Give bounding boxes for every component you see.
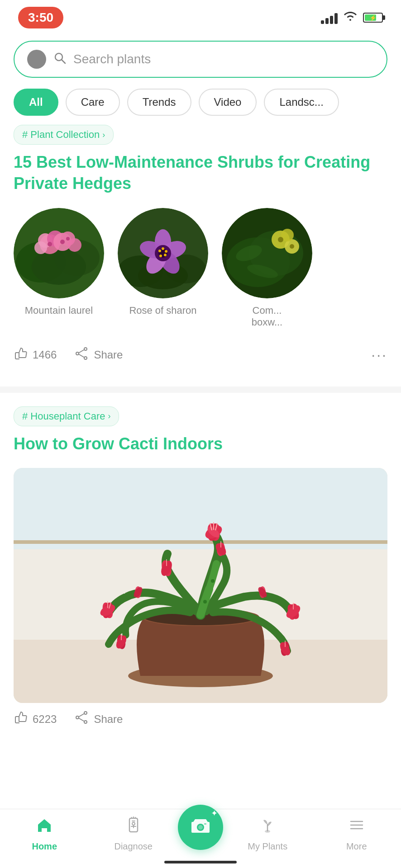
svg-rect-99: [204, 823, 206, 825]
tab-all[interactable]: All: [14, 89, 58, 116]
svg-line-45: [79, 349, 84, 353]
svg-point-38: [278, 237, 283, 242]
svg-point-28: [165, 250, 167, 253]
thumbs-up-icon: [14, 346, 28, 364]
tag-houseplant-care[interactable]: # Houseplant Care ›: [14, 406, 119, 426]
svg-point-29: [164, 254, 167, 256]
share-icon-2: [75, 710, 89, 728]
nav-home-label: Home: [32, 841, 57, 852]
sparkles-icon: ✦: [211, 808, 218, 818]
chevron-right-icon: ›: [102, 130, 105, 140]
tab-video[interactable]: Video: [199, 89, 257, 116]
svg-point-11: [34, 241, 47, 254]
svg-point-98: [198, 825, 203, 830]
svg-point-39: [290, 244, 294, 249]
more-button[interactable]: ···: [371, 347, 387, 363]
svg-point-83: [211, 579, 215, 583]
my-plants-icon: [259, 816, 276, 838]
plant-name-com-boxw: Com...boxw...: [252, 305, 282, 328]
section-divider: [0, 387, 401, 393]
svg-point-89: [84, 721, 87, 723]
svg-point-88: [84, 712, 87, 714]
svg-point-43: [84, 357, 87, 359]
plant-name-rose-sharon: Rose of sharon: [129, 305, 196, 316]
tag-plant-collection[interactable]: # Plant Collection ›: [14, 125, 114, 145]
svg-point-15: [66, 237, 70, 241]
svg-point-90: [76, 716, 79, 719]
tag-label: # Plant Collection: [22, 129, 100, 141]
plant-row: Mountain laurel: [14, 208, 387, 328]
svg-point-27: [162, 247, 164, 250]
nav-my-plants-label: My Plants: [248, 841, 287, 852]
cacti-article-image[interactable]: [14, 468, 387, 703]
avatar: [27, 50, 46, 69]
svg-point-14: [60, 240, 65, 244]
plant-circle-mountain-laurel: [14, 208, 104, 298]
bottom-nav: Home Diagnose ✦: [0, 809, 401, 868]
nav-diagnose[interactable]: Diagnose: [89, 816, 178, 852]
post2-actions: 6223 Share: [0, 703, 401, 791]
plant-circle-rose-sharon: [118, 208, 208, 298]
thumbs-up-icon-2: [14, 710, 28, 728]
battery-icon: ⚡: [363, 13, 383, 23]
post1-actions: 1466 Share ···: [14, 339, 387, 373]
tab-care[interactable]: Care: [66, 89, 120, 116]
share-icon: [75, 346, 89, 364]
diagnose-icon: [125, 816, 142, 838]
svg-point-31: [158, 250, 161, 252]
share-button-2[interactable]: Share: [75, 710, 123, 728]
post2-title[interactable]: How to Grow Cacti Indoors: [14, 434, 387, 455]
camera-fab[interactable]: ✦: [178, 805, 223, 850]
plant-item-rose-sharon[interactable]: Rose of sharon: [118, 208, 208, 328]
post-card-1: # Plant Collection › 15 Best Low-Mainten…: [0, 125, 401, 387]
svg-point-13: [48, 242, 52, 246]
share-button[interactable]: Share: [75, 346, 123, 364]
status-bar: 3:50 ⚡: [0, 0, 401, 32]
svg-line-46: [79, 354, 84, 357]
search-icon: [53, 52, 66, 67]
home-indicator: [164, 861, 237, 863]
status-icons: ⚡: [321, 11, 383, 25]
chevron-right-icon-2: ›: [108, 411, 110, 421]
svg-point-82: [203, 600, 207, 604]
svg-rect-48: [14, 468, 387, 549]
nav-more[interactable]: More: [312, 816, 401, 852]
post-card-2: # Houseplant Care › How to Grow Cacti In…: [0, 393, 401, 703]
post1-title[interactable]: 15 Best Low-Maintenance Shrubs for Creat…: [14, 152, 387, 194]
like-button-2[interactable]: 6223: [14, 710, 57, 728]
tag2-label: # Houseplant Care: [22, 410, 105, 422]
like-count: 1466: [33, 349, 57, 361]
plant-item-com-boxw[interactable]: Com...boxw...: [222, 208, 312, 328]
search-bar[interactable]: Search plants: [14, 41, 387, 78]
tab-trends[interactable]: Trends: [127, 89, 191, 116]
tab-landscape[interactable]: Landsc...: [264, 89, 339, 116]
plant-item-mountain-laurel[interactable]: Mountain laurel: [14, 208, 104, 328]
search-placeholder: Search plants: [73, 52, 374, 66]
svg-point-42: [84, 348, 87, 350]
cactus-scene: [14, 468, 387, 703]
share-label: Share: [94, 349, 123, 361]
signal-icon: [321, 11, 338, 24]
status-time: 3:50: [18, 7, 63, 28]
home-icon: [36, 816, 53, 838]
nav-home[interactable]: Home: [0, 816, 89, 852]
nav-diagnose-label: Diagnose: [114, 841, 153, 852]
svg-point-100: [265, 830, 270, 833]
plant-circle-com-boxw: [222, 208, 312, 298]
svg-point-30: [159, 255, 162, 257]
svg-line-92: [79, 718, 84, 722]
plant-name-mountain-laurel: Mountain laurel: [25, 305, 93, 316]
search-container: Search plants: [0, 32, 401, 85]
nav-my-plants[interactable]: My Plants: [223, 816, 312, 852]
like-count-2: 6223: [33, 713, 57, 726]
svg-rect-49: [14, 540, 387, 544]
more-icon: [348, 816, 365, 838]
like-button[interactable]: 1466: [14, 346, 57, 364]
camera-icon: [191, 816, 210, 839]
filter-tabs: All Care Trends Video Landsc...: [0, 85, 401, 125]
svg-point-5: [32, 249, 86, 285]
svg-line-1: [62, 60, 65, 63]
svg-point-44: [76, 352, 79, 355]
nav-more-label: More: [346, 841, 367, 852]
svg-point-12: [68, 238, 81, 252]
